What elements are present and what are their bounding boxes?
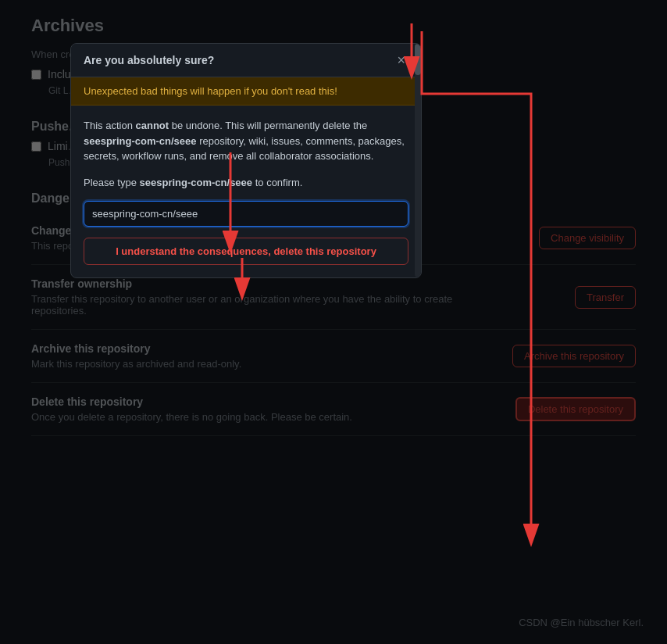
repo-name-text: seespring-com-cn/seee bbox=[84, 135, 197, 147]
modal-scrollbar-thumb[interactable] bbox=[415, 44, 421, 75]
modal-header: Are you absolutely sure? × bbox=[71, 44, 421, 77]
confirm-repo-input[interactable] bbox=[84, 201, 408, 227]
modal-body: This action cannot be undone. This will … bbox=[71, 106, 421, 277]
modal-warning-banner: Unexpected bad things will happen if you… bbox=[71, 77, 421, 106]
modal-title: Are you absolutely sure? bbox=[84, 54, 214, 66]
modal-scrollbar-track bbox=[415, 44, 421, 277]
modal-close-button[interactable]: × bbox=[394, 53, 408, 67]
confirm-delete-button[interactable]: I understand the consequences, delete th… bbox=[84, 238, 408, 265]
cannot-text: cannot bbox=[135, 120, 169, 131]
modal-description: This action cannot be undone. This will … bbox=[84, 118, 408, 164]
warning-text: Unexpected bad things will happen if you… bbox=[84, 85, 337, 97]
confirmation-modal: Are you absolutely sure? × Unexpected ba… bbox=[70, 43, 422, 278]
confirm-instruction: Please type seespring-com-cn/seee to con… bbox=[84, 175, 408, 191]
confirm-repo-name: seespring-com-cn/seee bbox=[140, 177, 253, 188]
